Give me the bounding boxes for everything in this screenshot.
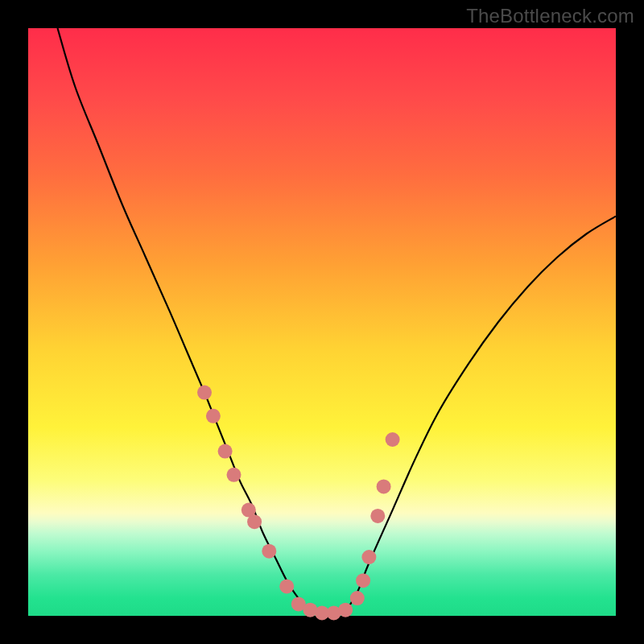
data-marker — [350, 591, 365, 605]
data-marker — [206, 409, 221, 423]
data-marker — [227, 468, 242, 482]
gradient-plot-area — [28, 28, 616, 616]
bottleneck-curve — [58, 28, 617, 613]
data-marker — [356, 573, 370, 588]
data-marker — [262, 544, 276, 559]
data-marker — [377, 479, 391, 493]
data-marker — [218, 444, 233, 459]
data-marker — [338, 603, 353, 617]
watermark-text: TheBottleneck.com — [466, 5, 634, 27]
data-marker — [370, 509, 385, 523]
chart-svg — [28, 28, 616, 616]
data-marker — [361, 550, 376, 564]
data-marker — [247, 514, 262, 529]
data-marker — [197, 386, 212, 400]
marker-group — [197, 386, 400, 621]
data-marker — [279, 580, 294, 594]
outer-frame: TheBottleneck.com — [0, 0, 644, 644]
data-marker — [386, 432, 400, 447]
